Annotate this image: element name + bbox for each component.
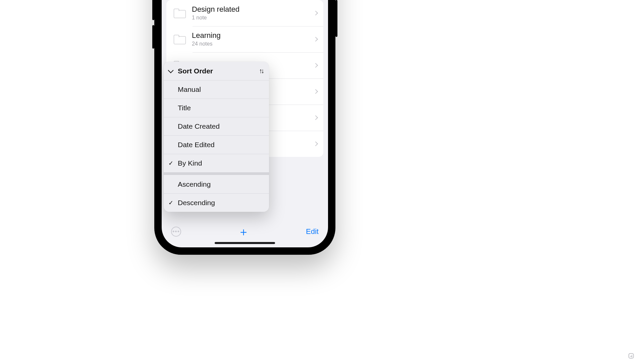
home-indicator bbox=[215, 242, 275, 244]
folder-icon bbox=[174, 9, 185, 17]
sort-option-title[interactable]: Title bbox=[164, 99, 269, 117]
folder-sub: 1 note bbox=[192, 15, 314, 21]
chevron-right-icon bbox=[313, 89, 318, 94]
folder-row[interactable]: Learning 24 notes bbox=[166, 26, 323, 52]
sort-arrows-icon: ↑↓ bbox=[259, 67, 263, 75]
power-button bbox=[335, 0, 337, 37]
sort-option-date-created[interactable]: Date Created bbox=[164, 117, 269, 135]
sort-option-label: Title bbox=[178, 104, 263, 112]
toolbar: ••• ＋ Edit bbox=[162, 226, 328, 237]
chevron-down-icon bbox=[168, 67, 174, 73]
sort-option-date-edited[interactable]: Date Edited bbox=[164, 135, 269, 154]
folder-title: Learning bbox=[192, 32, 314, 40]
volume-up bbox=[152, 0, 154, 20]
sort-option-by-kind[interactable]: ✓ By Kind bbox=[164, 154, 269, 172]
sort-option-label: Date Created bbox=[178, 122, 263, 130]
chevron-right-icon bbox=[313, 115, 318, 120]
sort-option-label: Date Edited bbox=[178, 141, 263, 149]
sort-header[interactable]: Sort Order ↑↓ bbox=[164, 62, 269, 80]
sort-header-label: Sort Order bbox=[178, 67, 259, 75]
sort-order-popover: Sort Order ↑↓ Manual Title Date Created … bbox=[164, 62, 269, 212]
sort-direction-label: Descending bbox=[178, 199, 263, 207]
sort-direction-label: Ascending bbox=[178, 180, 263, 188]
edit-button[interactable]: Edit bbox=[306, 227, 319, 236]
popover-separator bbox=[164, 172, 269, 175]
vivaldi-logo-icon bbox=[629, 353, 634, 359]
phone-screen: Design related 1 note Learning 24 notes … bbox=[162, 0, 328, 247]
more-button[interactable]: ••• bbox=[171, 227, 181, 237]
sort-option-label: Manual bbox=[178, 85, 263, 94]
check-icon: ✓ bbox=[164, 160, 178, 167]
chevron-right-icon bbox=[313, 63, 318, 68]
sort-direction-descending[interactable]: ✓ Descending bbox=[164, 193, 269, 212]
sort-direction-ascending[interactable]: Ascending bbox=[164, 175, 269, 193]
chevron-right-icon bbox=[313, 141, 318, 146]
sort-option-label: By Kind bbox=[178, 159, 263, 167]
folder-title: Design related bbox=[192, 5, 314, 13]
add-button[interactable]: ＋ bbox=[238, 226, 249, 237]
watermark: VIVALDI bbox=[629, 353, 634, 362]
sort-option-manual[interactable]: Manual bbox=[164, 80, 269, 99]
volume-down bbox=[152, 25, 154, 49]
folder-sub: 24 notes bbox=[192, 41, 314, 47]
chevron-right-icon bbox=[313, 11, 318, 15]
folder-icon bbox=[174, 35, 185, 44]
phone-frame: Design related 1 note Learning 24 notes … bbox=[154, 0, 335, 255]
check-icon: ✓ bbox=[164, 199, 178, 206]
folder-row[interactable]: Design related 1 note bbox=[166, 0, 323, 26]
chevron-right-icon bbox=[313, 37, 318, 42]
